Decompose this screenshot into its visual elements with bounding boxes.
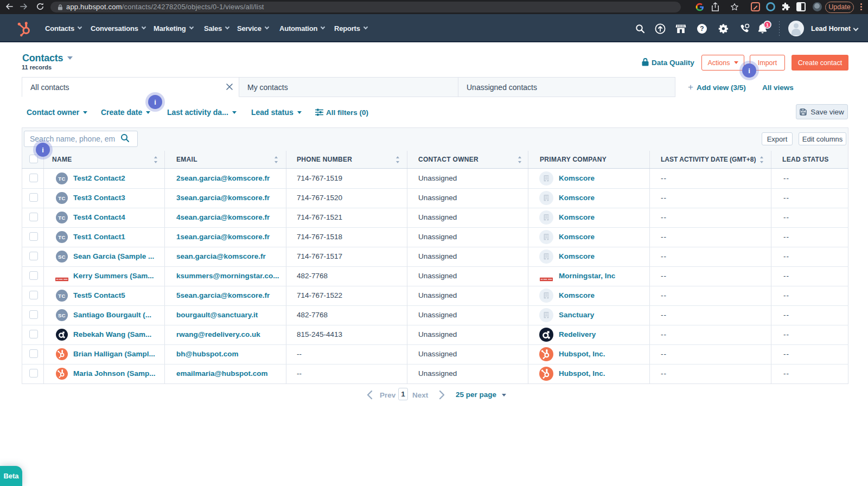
svg-text:?: ? [700,25,704,33]
